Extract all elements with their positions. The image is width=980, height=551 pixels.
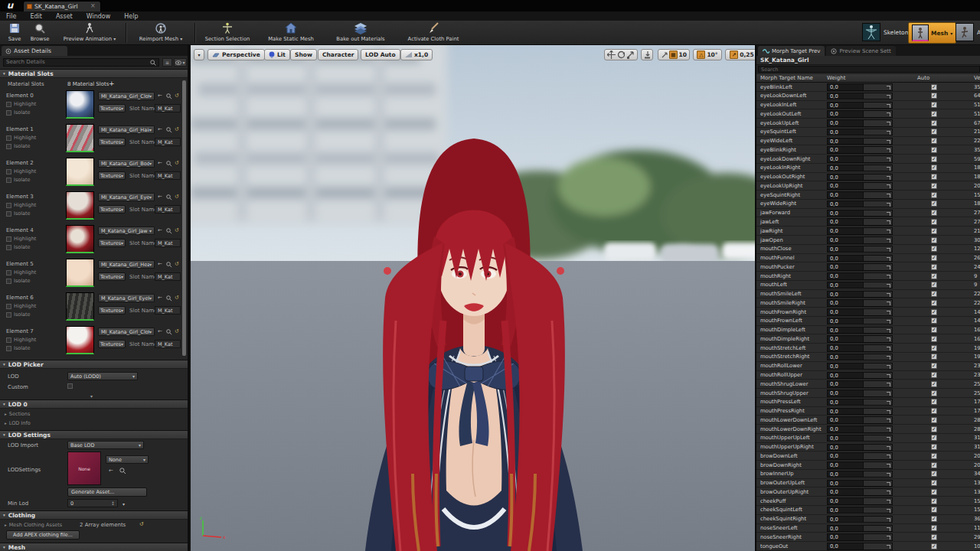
grid-snap-control[interactable]: ▦ 10: [658, 49, 690, 60]
use-selected-material-icon[interactable]: ←: [158, 160, 162, 166]
advanced-expander-icon[interactable]: ▾: [90, 393, 93, 399]
weight-drag-handle[interactable]: [863, 426, 892, 432]
weight-drag-handle[interactable]: [863, 364, 892, 370]
morph-weight-input[interactable]: 0,0: [827, 525, 893, 533]
reimport-mesh-button[interactable]: Reimport Mesh ▾: [130, 21, 191, 44]
material-list-scrollbar[interactable]: [182, 80, 186, 356]
auto-checkbox[interactable]: ✓: [931, 165, 937, 171]
morph-weight-input[interactable]: 0,0: [827, 174, 893, 181]
morph-weight-input[interactable]: 0,0: [827, 435, 893, 442]
screen-size-button[interactable]: x1,0: [400, 49, 433, 60]
show-button[interactable]: Show: [290, 49, 317, 60]
textures-dropdown[interactable]: Textures ▾: [98, 171, 126, 180]
weight-drag-handle[interactable]: [863, 282, 892, 289]
weight-drag-handle[interactable]: [863, 103, 892, 109]
angle-snap-control[interactable]: △ 10°: [693, 49, 722, 60]
auto-checkbox[interactable]: ✓: [931, 444, 937, 450]
textures-dropdown[interactable]: Textures ▾: [98, 340, 126, 348]
use-selected-material-icon[interactable]: ←: [158, 295, 162, 301]
reset-material-icon[interactable]: ↺: [175, 295, 179, 301]
sections-row[interactable]: ▸Sections: [5, 411, 30, 417]
reset-material-icon[interactable]: ↺: [175, 160, 179, 166]
slot-name-field[interactable]: M_Kat: [155, 104, 181, 112]
auto-checkbox[interactable]: ✓: [931, 300, 937, 306]
reset-material-icon[interactable]: ↺: [175, 227, 179, 233]
highlight-checkbox-row[interactable]: Highlight: [6, 236, 36, 242]
auto-checkbox[interactable]: ✓: [931, 147, 937, 153]
auto-checkbox[interactable]: ✓: [931, 192, 937, 198]
mesh-shortcut-button[interactable]: Mesh ▾: [908, 22, 956, 44]
make-static-mesh-button[interactable]: Make Static Mesh: [259, 21, 323, 44]
morph-weight-input[interactable]: 0,0: [827, 354, 893, 361]
auto-checkbox[interactable]: ✓: [931, 246, 937, 252]
isolate-checkbox-row[interactable]: Isolate: [6, 143, 31, 149]
slot-name-field[interactable]: M_Kat: [155, 306, 181, 315]
use-selected-material-icon[interactable]: ←: [158, 261, 162, 267]
use-selected-material-icon[interactable]: ←: [158, 227, 162, 233]
morph-weight-input[interactable]: 0,0: [827, 146, 893, 154]
surface-snap-button[interactable]: [641, 49, 653, 60]
morph-weight-input[interactable]: 0,0: [827, 507, 893, 514]
morph-weight-input[interactable]: 0,0: [827, 533, 893, 541]
auto-checkbox[interactable]: ✓: [931, 237, 937, 243]
col-verts[interactable]: Ve: [974, 75, 980, 81]
material-dropdown[interactable]: MI_Katana_Girl_Cloth2▾: [98, 328, 155, 336]
weight-drag-handle[interactable]: [863, 534, 892, 540]
material-thumbnail[interactable]: [66, 191, 94, 220]
textures-dropdown[interactable]: Textures ▾: [98, 306, 126, 315]
preview-animation-button[interactable]: Preview Animation ▾: [57, 21, 122, 44]
clothing-reset-icon[interactable]: ↺: [139, 521, 144, 527]
auto-checkbox[interactable]: ✓: [931, 129, 937, 135]
auto-checkbox[interactable]: ✓: [931, 381, 937, 387]
menu-asset[interactable]: Asset: [56, 13, 73, 20]
weight-drag-handle[interactable]: [863, 120, 892, 126]
morph-weight-input[interactable]: 0,0: [827, 390, 893, 397]
auto-checkbox[interactable]: ✓: [931, 84, 937, 90]
min-lod-revert-icon[interactable]: ▾: [122, 501, 125, 507]
auto-checkbox[interactable]: ✓: [931, 354, 937, 360]
morph-weight-input[interactable]: 0,0: [827, 191, 893, 199]
save-button[interactable]: Save: [3, 21, 26, 44]
lod-info-row[interactable]: ▸LOD Info: [5, 420, 31, 426]
morph-weight-input[interactable]: 0,0: [827, 480, 893, 487]
material-dropdown[interactable]: M_Katana_Girl_Eyelash▾: [98, 294, 155, 302]
textures-dropdown[interactable]: Textures ▾: [98, 205, 126, 214]
weight-drag-handle[interactable]: [863, 453, 892, 459]
weight-drag-handle[interactable]: [863, 543, 892, 549]
textures-dropdown[interactable]: Textures ▾: [98, 104, 126, 112]
clothing-header[interactable]: ▾Clothing: [0, 510, 188, 520]
material-thumbnail[interactable]: [66, 292, 94, 321]
morph-weight-input[interactable]: 0,0: [827, 399, 893, 406]
auto-checkbox[interactable]: ✓: [931, 219, 937, 225]
custom-checkbox[interactable]: [67, 383, 73, 389]
auto-checkbox[interactable]: ✓: [931, 210, 937, 216]
auto-checkbox[interactable]: ✓: [931, 417, 937, 423]
isolate-checkbox-row[interactable]: Isolate: [6, 177, 31, 183]
auto-checkbox[interactable]: ✓: [931, 390, 937, 396]
lod-settings-header[interactable]: ▾LOD Settings: [0, 430, 188, 439]
tab-morph-target-preview[interactable]: Morph Target Prev: [758, 46, 825, 56]
textures-dropdown[interactable]: Textures ▾: [98, 239, 126, 247]
material-dropdown[interactable]: MI_Katana_Girl_Body▾: [98, 159, 155, 168]
morph-weight-input[interactable]: 0,0: [827, 372, 893, 380]
weight-drag-handle[interactable]: [863, 390, 892, 396]
transform-gizmo-buttons[interactable]: [604, 49, 638, 60]
lodsettings-none-thumbnail[interactable]: None: [67, 452, 101, 485]
weight-drag-handle[interactable]: [863, 318, 892, 324]
browse-material-icon[interactable]: [166, 93, 172, 99]
weight-drag-handle[interactable]: [863, 373, 892, 379]
lod-import-dropdown[interactable]: Base LOD▾: [67, 441, 144, 449]
highlight-checkbox-row[interactable]: Highlight: [6, 101, 36, 107]
weight-drag-handle[interactable]: [863, 381, 892, 387]
browse-material-icon[interactable]: [166, 228, 172, 234]
material-dropdown[interactable]: MI_Katana_Girl_Hair_Gi▾: [98, 126, 155, 134]
weight-drag-handle[interactable]: [863, 300, 892, 306]
auto-checkbox[interactable]: ✓: [931, 471, 937, 477]
weight-drag-handle[interactable]: [863, 183, 892, 189]
weight-drag-handle[interactable]: [863, 174, 892, 181]
weight-drag-handle[interactable]: [863, 435, 892, 442]
weight-drag-handle[interactable]: [863, 409, 892, 415]
morph-weight-input[interactable]: 0,0: [827, 110, 893, 118]
auto-checkbox[interactable]: ✓: [931, 273, 937, 279]
textures-dropdown[interactable]: Textures ▾: [98, 272, 126, 281]
